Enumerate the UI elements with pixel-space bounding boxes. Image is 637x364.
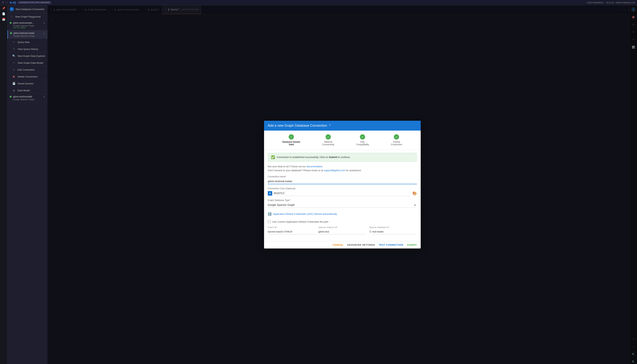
sidebar-item-view-graph-data-model[interactable]: ⬡ View Graph Data Model xyxy=(8,60,48,66)
db-icon: 🗄 xyxy=(369,230,372,233)
edit-icon: ✎ xyxy=(12,68,16,71)
custom-adc-checkbox[interactable] xyxy=(268,220,271,223)
db-type-select-wrap: Google Spanner Graph Neo4j Amazon Neptun… xyxy=(268,202,417,208)
conn-name-real-estate: gdotv-test/real-estate xyxy=(14,32,42,34)
step-label-2: NetworkConnectivity xyxy=(322,141,334,146)
connection-name-label: Connection name* xyxy=(268,175,417,178)
step-database-details: ✓ Database DetailsValid xyxy=(282,134,300,146)
project-id-input[interactable] xyxy=(268,229,315,234)
color-input-wrap xyxy=(274,190,411,196)
cancel-button[interactable]: CANCEL xyxy=(333,244,343,246)
sidebar-item-delete-connection[interactable]: 🗑 Delete Connection xyxy=(8,73,48,80)
sidebar-item-view-query-history[interactable]: ⏱ View Query History xyxy=(8,46,48,52)
adc-banner: ℹ️ Application Default Credentials (ADC)… xyxy=(268,211,417,217)
license-badge: LICENSE ACTIVE UNTIL 06/02/2025 xyxy=(17,1,51,4)
success-bold: Submit xyxy=(329,156,337,158)
success-banner: ✅ Connection to established successfully… xyxy=(268,153,417,162)
conn-item-real-estate[interactable]: gdotv-test/real-estate ▲ Google Spanner … xyxy=(8,30,48,39)
dialog-stepper: ✓ Database DetailsValid ✓ NetworkConnect… xyxy=(264,130,421,150)
info-icon: ℹ️ xyxy=(268,212,271,216)
chevron-up-icon-real-estate: ▲ xyxy=(43,32,45,34)
conn-item-transitdb[interactable]: gdotv-test/transitdb ▼ Google Spanner Gr… xyxy=(8,94,48,102)
model-icon: ◆ xyxy=(12,89,16,92)
conn-item-example[interactable]: gdotv-test/example... ▼ Google Spanner G… xyxy=(8,20,48,30)
support-email-link[interactable]: support@gdotv.com xyxy=(324,169,345,172)
sidebar-playground-label: New Graph Playground xyxy=(15,15,41,18)
document-icon[interactable]: 📄 xyxy=(2,12,5,15)
project-id-label: Project Id* xyxy=(268,226,315,228)
color-a-icon: A xyxy=(268,191,272,196)
sidebar-item-new-graph-playground[interactable]: ⬡ New Graph Playground xyxy=(8,13,48,20)
explorer-icon: 🔍 xyxy=(12,54,16,58)
dialog-title: Add a new Graph Database Connection xyxy=(268,124,327,128)
db-type-group: Graph Database Type* Google Spanner Grap… xyxy=(268,199,417,208)
chevron-down-icon-transitdb: ▼ xyxy=(43,96,45,98)
spanner-instance-input[interactable] xyxy=(318,229,366,234)
step-gql-compatibility: ✓ GQLCompatibility xyxy=(356,134,369,146)
connection-color-label: Connection Color (Optional) xyxy=(268,187,417,190)
success-check-icon: ✅ xyxy=(271,155,275,159)
connection-color-input[interactable] xyxy=(274,190,411,196)
conn-name-example: gdotv-test/example... xyxy=(13,22,42,24)
step-label-1: Database DetailsValid xyxy=(282,141,300,146)
version-label[interactable]: V3.21.42 · VIEW CHANGE LOG xyxy=(606,2,635,4)
help-line1-prefix: Not sure what to do? Check out our xyxy=(268,165,306,168)
sidebar-history-label: View Query History xyxy=(18,48,38,50)
calendar-icon[interactable]: 📅 xyxy=(2,18,5,21)
connection-name-input[interactable] xyxy=(268,179,417,184)
app-menu-icon[interactable]: ☰ xyxy=(2,1,4,4)
dialog-help-icon[interactable]: ? xyxy=(329,124,331,127)
step-label-4: SubmitConnection xyxy=(391,141,402,146)
sidebar-item-new-graph-data-explorer[interactable]: 🔍 New Graph Data Explorer xyxy=(8,52,48,60)
spanner-db-input[interactable] xyxy=(372,229,417,234)
adc-message: Application Default Credentials (ADC) fe… xyxy=(273,212,338,215)
chevron-right-icon-saved: › xyxy=(45,82,45,85)
playground-icon: ⬡ xyxy=(10,15,14,18)
help-line2-prefix: Can't connect to your database? Please e… xyxy=(268,169,324,172)
app-logo-icon: ⬡ xyxy=(6,1,8,4)
db-type-select[interactable]: Google Spanner Graph Neo4j Amazon Neptun… xyxy=(268,202,417,208)
feedback-link[interactable]: GIVE FEEDBACK xyxy=(587,2,604,4)
step-circle-4: ✓ xyxy=(394,134,399,140)
dialog-body: Not sure what to do? Check out our docum… xyxy=(264,165,421,241)
sidebar-item-saved-queries[interactable]: 💾 Saved Queries › xyxy=(8,80,48,87)
advanced-settings-button[interactable]: ADVANCED SETTINGS xyxy=(347,244,375,246)
documentation-link[interactable]: documentation xyxy=(306,165,323,168)
sidebar-item-new-query[interactable]: ✎ Query New xyxy=(8,39,48,46)
spanner-db-input-wrap: 🗄 xyxy=(369,229,417,234)
conn-sub-real-estate: Google Spanner Graph xyxy=(14,35,45,37)
conn-name-transitdb: gdotv-test/transitdb xyxy=(13,96,42,98)
step-network-connectivity: ✓ NetworkConnectivity xyxy=(322,134,334,146)
sidebar: 📌 📄 📅 + New Database Connection ⬡ New Gr… xyxy=(0,5,48,364)
dialog-header: Add a new Graph Database Connection ? xyxy=(264,121,421,130)
conn-dot-transitdb xyxy=(10,96,12,98)
pin-icon[interactable]: 📌 xyxy=(2,7,5,10)
help-line2-suffix: for assistance. xyxy=(345,169,361,172)
three-col-fields: Project Id* Spanner Instance Id* Spanner… xyxy=(268,226,417,234)
sidebar-explorer-label: New Graph Data Explorer xyxy=(18,54,45,58)
spanner-instance-field: Spanner Instance Id* xyxy=(318,226,366,234)
sidebar-icons: 📌 📄 📅 xyxy=(0,5,8,364)
submit-button[interactable]: SUBMIT xyxy=(407,244,417,246)
sidebar-item-data-model[interactable]: ◆ Data Model › xyxy=(8,87,48,94)
success-text: Connection to established successfully. … xyxy=(277,156,350,158)
help-line1-suffix: . xyxy=(323,165,323,168)
sidebar-item-new-db-connection[interactable]: + New Database Connection xyxy=(8,5,48,13)
sidebar-delete-label: Delete Connection xyxy=(18,75,38,78)
query-icon: ✎ xyxy=(12,40,16,44)
spanner-db-label: Spanner Database Id* xyxy=(369,226,417,228)
delete-icon: 🗑 xyxy=(12,75,16,78)
spanner-instance-label: Spanner Instance Id* xyxy=(318,226,366,228)
add-icon: + xyxy=(10,7,14,11)
sidebar-data-model-label: View Graph Data Model xyxy=(18,62,43,64)
sidebar-nav: + New Database Connection ⬡ New Graph Pl… xyxy=(8,5,48,364)
sidebar-item-edit-connection[interactable]: ✎ Edit Connection xyxy=(8,66,48,73)
chevron-right-icon-model: › xyxy=(45,89,45,92)
topbar: ☰ ⬡ G.V() LICENSE ACTIVE UNTIL 06/02/202… xyxy=(0,0,637,5)
conn-dot-example xyxy=(10,22,12,24)
test-connection-button[interactable]: TEST CONNECTION xyxy=(379,244,403,246)
saved-icon: 💾 xyxy=(12,82,16,85)
palette-icon[interactable]: 🎨 xyxy=(412,191,417,196)
custom-adc-checkbox-row: Use Custom Application Default Credentia… xyxy=(268,220,417,223)
db-type-label: Graph Database Type* xyxy=(268,199,417,202)
